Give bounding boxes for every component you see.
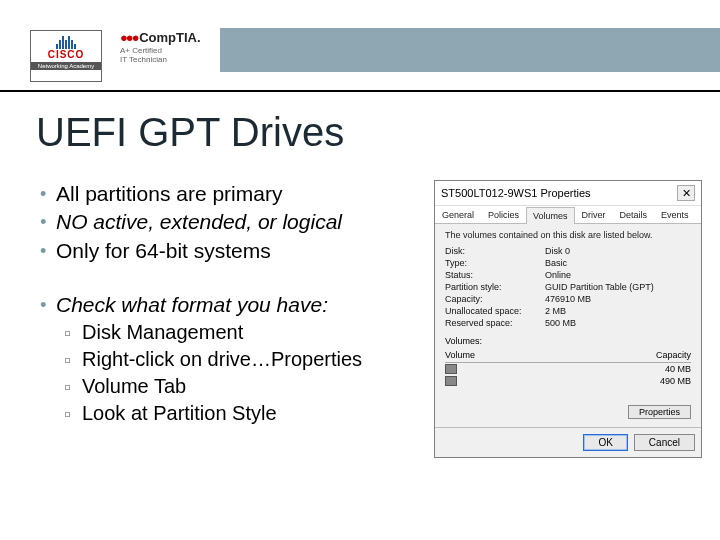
comptia-cert-2: IT Technician [120, 55, 167, 64]
volume-row[interactable]: 40 MB [445, 363, 691, 375]
slide-title: UEFI GPT Drives [36, 110, 344, 155]
kv-row: Disk:Disk 0 [445, 246, 691, 256]
bullet-item: Check what format you have: [40, 291, 430, 319]
sub-bullet-item: Disk Management [40, 319, 430, 346]
dialog-body: The volumes contained on this disk are l… [435, 224, 701, 427]
comptia-brand: CompTIA [139, 30, 197, 45]
bullet-item: NO active, extended, or logical [40, 208, 430, 236]
volume-row[interactable]: 490 MB [445, 375, 691, 387]
tab-driver[interactable]: Driver [575, 206, 613, 223]
sub-bullet-item: Volume Tab [40, 373, 430, 400]
ok-button[interactable]: OK [583, 434, 627, 451]
kv-row: Status:Online [445, 270, 691, 280]
sub-bullet-item: Look at Partition Style [40, 400, 430, 427]
cisco-name: CISCO [31, 49, 101, 60]
sub-bullet-item: Right-click on drive…Properties [40, 346, 430, 373]
cisco-sub: Networking Academy [31, 62, 101, 70]
volume-icon [445, 376, 457, 386]
tab-policies[interactable]: Policies [481, 206, 526, 223]
tab-details[interactable]: Details [613, 206, 655, 223]
header-rule [0, 90, 720, 92]
dialog-tabs: General Policies Volumes Driver Details … [435, 206, 701, 224]
volumes-label: Volumes: [445, 336, 691, 346]
kv-row: Unallocated space:2 MB [445, 306, 691, 316]
cisco-logo: CISCO Networking Academy [30, 30, 102, 82]
bullet-item: All partitions are primary [40, 180, 430, 208]
cancel-button[interactable]: Cancel [634, 434, 695, 451]
dialog-title: ST500LT012-9WS1 Properties [441, 187, 591, 199]
close-button[interactable]: ✕ [677, 185, 695, 201]
kv-row: Capacity:476910 MB [445, 294, 691, 304]
tab-volumes[interactable]: Volumes [526, 207, 575, 224]
dialog-titlebar: ST500LT012-9WS1 Properties ✕ [435, 181, 701, 206]
properties-dialog: ST500LT012-9WS1 Properties ✕ General Pol… [434, 180, 702, 458]
kv-row: Type:Basic [445, 258, 691, 268]
kv-row: Reserved space:500 MB [445, 318, 691, 328]
volumes-header: Volume Capacity [445, 348, 691, 363]
header-band [0, 0, 720, 72]
content: All partitions are primary NO active, ex… [40, 180, 430, 427]
comptia-cert-1: A+ Certified [120, 46, 162, 55]
tab-events[interactable]: Events [654, 206, 696, 223]
dialog-desc: The volumes contained on this disk are l… [445, 230, 691, 240]
kv-row: Partition style:GUID Partition Table (GP… [445, 282, 691, 292]
slide: CISCO Networking Academy ●●● CompTIA. A+… [0, 0, 720, 540]
cisco-bars-icon [31, 31, 101, 49]
comptia-logo: ●●● CompTIA. A+ CertifiedIT Technician [120, 30, 230, 74]
properties-button[interactable]: Properties [628, 405, 691, 419]
volume-icon [445, 364, 457, 374]
comptia-dots-icon: ●●● [120, 30, 139, 45]
bullet-item: Only for 64-bit systems [40, 237, 430, 265]
dialog-footer: OK Cancel [435, 427, 701, 457]
tab-general[interactable]: General [435, 206, 481, 223]
